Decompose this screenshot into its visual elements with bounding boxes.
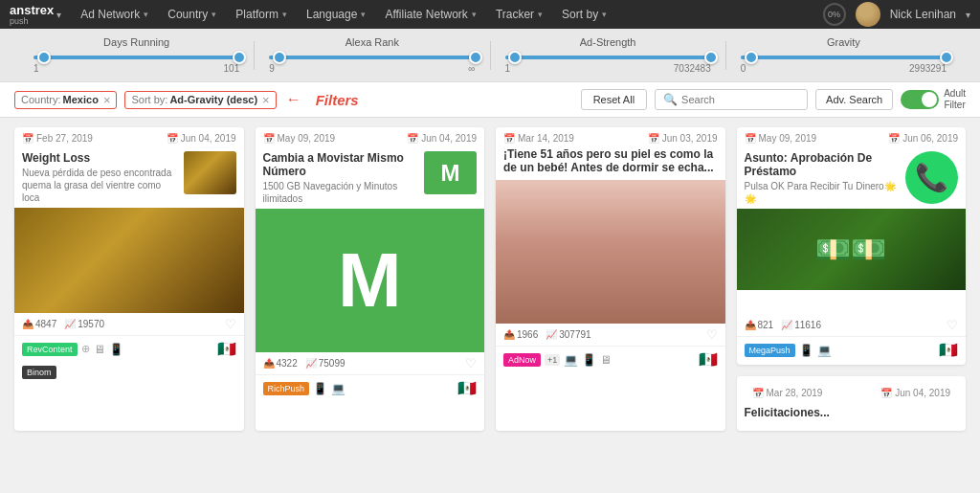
nav-tracker-arrow: ▾ xyxy=(538,10,543,19)
card-text: Weight Loss Nueva pérdida de peso encont… xyxy=(22,151,178,204)
money-image: 💵💵 xyxy=(737,209,967,290)
plus-badge: +1 xyxy=(545,354,560,366)
card-column-4: 📅May 09, 2019 📅Jun 06, 2019 Asunto: Apro… xyxy=(737,127,967,431)
nav-language[interactable]: Language ▾ xyxy=(297,0,375,29)
gravity-track[interactable] xyxy=(741,56,947,59)
favorite-button[interactable]: ♡ xyxy=(465,356,477,370)
add-icon[interactable]: ⊕ xyxy=(81,343,90,355)
progress-circle: 0% xyxy=(823,3,846,26)
calendar-icon: 📅 xyxy=(22,133,33,144)
trend-icon: 📈 xyxy=(781,320,792,330)
impressions-icon: 📤 xyxy=(22,319,33,329)
card-desc: Pulsa OK Para Recibir Tu Dinero🌟 🌟 xyxy=(745,180,901,205)
tv-icon: 🖥 xyxy=(600,353,612,367)
stat-clicks: 📈 75099 xyxy=(305,358,345,369)
trend-icon: 📈 xyxy=(546,329,557,340)
desktop-icon: 💻 xyxy=(817,344,832,357)
card-content-row: Cambia a Movistar Mismo Número 1500 GB N… xyxy=(256,147,485,209)
ad-strength-track[interactable] xyxy=(505,56,711,59)
card-title: ¡Tiene 51 años pero su piel es como la d… xyxy=(503,147,718,174)
card-footer: AdNow +1 💻 📱 🖥 🇲🇽 xyxy=(496,346,725,374)
desktop-icon: 💻 xyxy=(564,353,578,367)
card-desc: Nueva pérdida de peso encontrada quema l… xyxy=(22,167,178,204)
search-box: 🔍 xyxy=(655,89,808,110)
sortby-filter-close[interactable]: × xyxy=(262,94,270,106)
logo[interactable]: anstrex push ▾ xyxy=(10,3,61,26)
nav-platform-arrow: ▾ xyxy=(282,10,287,19)
trend-icon: 📈 xyxy=(64,319,76,329)
movistar-big-logo: M xyxy=(338,236,402,325)
impressions-icon: 📤 xyxy=(503,329,515,340)
card-dates: 📅Feb 27, 2019 📅Jun 04, 2019 xyxy=(14,127,244,147)
nav-tracker[interactable]: Tracker ▾ xyxy=(486,0,552,29)
card-text: Asunto: Aprobación De Préstamo Pulsa OK … xyxy=(745,151,901,205)
days-running-slider[interactable]: Days Running 1 101 xyxy=(19,36,254,74)
card-title: Cambia a Movistar Mismo Número xyxy=(263,151,419,178)
favorite-button[interactable]: ♡ xyxy=(225,317,236,331)
nav-ad-network-arrow: ▾ xyxy=(144,10,148,19)
adult-filter-label: AdultFilter xyxy=(944,88,966,111)
card-content-row: Asunto: Aprobación De Préstamo Pulsa OK … xyxy=(737,147,967,209)
card-image: M xyxy=(256,209,485,352)
gravity-values: 0 2993291 xyxy=(741,63,947,74)
card-desc: 1500 GB Navegación y Minutos ilimitados xyxy=(263,180,419,205)
reset-all-button[interactable]: Reset All xyxy=(581,89,647,110)
card-image xyxy=(496,180,725,324)
alexa-rank-track[interactable] xyxy=(269,56,475,59)
stat-clicks: 📈 19570 xyxy=(64,319,104,329)
card-stats: 📤 4322 📈 75099 ♡ xyxy=(256,352,485,374)
sortby-filter-tag[interactable]: Sort by: Ad-Gravity (desc) × xyxy=(124,91,276,109)
card-footer: RichPush 📱 💻 🇲🇽 xyxy=(256,374,485,403)
nav-language-arrow: ▾ xyxy=(361,10,366,19)
nav-sortby[interactable]: Sort by ▾ xyxy=(552,0,616,29)
gravity-slider[interactable]: Gravity 0 2993291 xyxy=(726,36,961,74)
stat-impressions: 📤 4847 xyxy=(22,319,56,329)
search-input[interactable] xyxy=(681,94,799,105)
sortby-filter-value: Ad-Gravity (desc) xyxy=(169,94,257,105)
country-filter-close[interactable]: × xyxy=(103,94,111,106)
alexa-rank-slider[interactable]: Alexa Rank 9 ∞ xyxy=(255,36,489,74)
card-stats: 📤 821 📈 11616 ♡ xyxy=(737,314,967,336)
nav-country[interactable]: Country ▾ xyxy=(158,0,226,29)
username: Nick Lenihan xyxy=(890,8,956,21)
toggle-switch[interactable] xyxy=(901,90,939,109)
nav-platform[interactable]: Platform ▾ xyxy=(226,0,297,29)
filter-bar: Country: Mexico × Sort by: Ad-Gravity (d… xyxy=(0,82,980,118)
favorite-button[interactable]: ♡ xyxy=(947,318,958,332)
card-dates: 📅May 09, 2019 📅Jun 06, 2019 xyxy=(737,127,967,147)
desktop-icon: 🖥 xyxy=(94,343,105,356)
ad-strength-values: 1 7032483 xyxy=(505,63,711,74)
impressions-icon: 📤 xyxy=(263,358,275,369)
country-flag: 🇲🇽 xyxy=(217,340,236,358)
calendar-icon: 📅 xyxy=(888,133,900,144)
nav-affiliate[interactable]: Affiliate Network ▾ xyxy=(375,0,485,29)
navbar: anstrex push ▾ Ad Network ▾ Country ▾ Pl… xyxy=(0,0,980,29)
trend-icon: 📈 xyxy=(305,358,317,369)
card-loan: 📅May 09, 2019 📅Jun 06, 2019 Asunto: Apro… xyxy=(737,127,967,365)
card-footer: MegaPush 📱 💻 🇲🇽 xyxy=(737,336,967,365)
toggle-knob xyxy=(922,92,937,107)
gravity-label: Gravity xyxy=(827,36,860,48)
adv-search-button[interactable]: Adv. Search xyxy=(815,89,893,110)
card-content: ¡Tiene 51 años pero su piel es como la d… xyxy=(496,147,725,180)
card-thumb: M xyxy=(424,151,477,194)
main-grid: 📅Feb 27, 2019 📅Jun 04, 2019 Weight Loss … xyxy=(0,118,980,440)
nav-sortby-arrow: ▾ xyxy=(602,10,607,19)
favorite-button[interactable]: ♡ xyxy=(706,327,718,342)
ad-strength-slider[interactable]: Ad-Strength 1 7032483 xyxy=(491,36,725,74)
adult-filter-toggle[interactable]: AdultFilter xyxy=(901,88,966,111)
alexa-rank-values: 9 ∞ xyxy=(269,63,475,74)
calendar-icon: 📅 xyxy=(745,133,756,144)
calendar-icon: 📅 xyxy=(263,133,275,144)
logo-text: anstrex xyxy=(10,3,54,17)
network-badge-revcontent: RevContent xyxy=(22,343,78,356)
country-flag: 🇲🇽 xyxy=(699,350,718,369)
card-footer-row2: Binom xyxy=(14,364,244,385)
days-running-values: 1 101 xyxy=(33,63,239,74)
days-running-track[interactable] xyxy=(33,56,239,59)
stat-clicks: 📈 11616 xyxy=(781,320,821,330)
nav-ad-network[interactable]: Ad Network ▾ xyxy=(71,0,158,29)
country-filter-tag[interactable]: Country: Mexico × xyxy=(14,91,117,109)
stat-impressions: 📤 821 xyxy=(745,320,774,330)
desktop-icon: 💻 xyxy=(331,382,345,395)
